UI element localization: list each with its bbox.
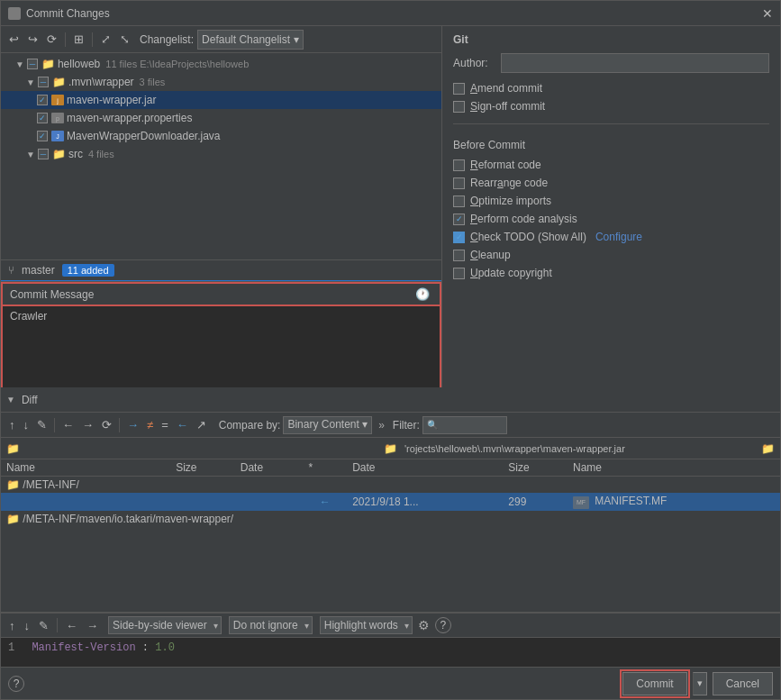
- tree-item-mvnwrapper[interactable]: ▼ 📁 .mvn\wrapper 3 files: [1, 73, 441, 91]
- viewer-up-btn[interactable]: ↑: [6, 617, 18, 634]
- rearrange-checkbox[interactable]: [453, 177, 465, 189]
- diff-collapse-arrow[interactable]: ▼: [6, 395, 15, 405]
- main-content: ↩ ↪ ⟳ ⊞ ⤢ ⤡ Changelist: Default Changeli…: [1, 26, 780, 387]
- diff-eq-btn[interactable]: =: [159, 416, 171, 433]
- tree-item-java[interactable]: J MavenWrapperDownloader.java: [1, 127, 441, 145]
- configure-link[interactable]: Configure: [595, 231, 642, 243]
- commit-arrow-button[interactable]: ▾: [693, 672, 707, 695]
- diff-sep-1: [54, 418, 55, 432]
- settings-button[interactable]: ⚙: [416, 618, 431, 632]
- table-row[interactable]: ← 2021/9/18 1... 299 MF MANIFEST.MF: [1, 493, 780, 511]
- commit-message-header: Commit Message 🕐: [1, 282, 441, 306]
- author-input[interactable]: [501, 53, 769, 73]
- refresh-button[interactable]: ⟳: [44, 31, 59, 48]
- diff-header: ▼ Diff: [1, 387, 780, 413]
- compare-label: Compare by:: [219, 419, 281, 432]
- diff-down-btn[interactable]: ↓: [21, 416, 32, 433]
- tree-item-helloweb[interactable]: ▼ 📁 helloweb 11 files E:\IdeaProjects\he…: [1, 55, 441, 73]
- perform-analysis-checkbox[interactable]: [453, 214, 465, 225]
- author-row: Author:: [453, 53, 769, 73]
- cell-right-size: [503, 477, 568, 494]
- file-tree: ▼ 📁 helloweb 11 files E:\IdeaProjects\he…: [1, 53, 441, 259]
- viewer-next-btn[interactable]: →: [84, 617, 101, 634]
- cell-right-name-manifest: MF MANIFEST.MF: [568, 493, 780, 511]
- highlight-arrow: ▾: [402, 621, 412, 631]
- ignore-arrow: ▾: [302, 621, 312, 631]
- highlight-dropdown[interactable]: Highlight words ▾: [320, 616, 413, 634]
- diff-arrow-left-btn[interactable]: ←: [174, 416, 191, 433]
- checkbox-props[interactable]: [37, 113, 48, 123]
- before-commit-title: Before Commit: [453, 139, 769, 151]
- diff-edit-btn[interactable]: ✎: [34, 416, 50, 433]
- viewer-prev-btn[interactable]: ←: [63, 617, 80, 634]
- changelist-dropdown[interactable]: Default Changelist ▾: [197, 30, 304, 50]
- col-name: Name: [1, 459, 170, 477]
- branch-name: master: [22, 264, 55, 277]
- code-key: Manifest-Version: [32, 641, 135, 654]
- compare-value: Binary Content: [287, 418, 359, 431]
- collapse-arrow-src: ▼: [26, 150, 35, 159]
- diff-refresh-btn[interactable]: ⟳: [99, 416, 114, 433]
- commit-history-button[interactable]: 🕐: [413, 286, 432, 303]
- checkbox-java[interactable]: [37, 131, 48, 141]
- collapse-button[interactable]: ⤡: [117, 31, 132, 48]
- diff-toolbar: ↑ ↓ ✎ ← → ⟳ → ≠ = ← ↗ Compare by: Binary…: [1, 413, 780, 438]
- diff-title: Diff: [22, 394, 38, 406]
- undo-button[interactable]: ↩: [6, 31, 22, 48]
- line-number: 1: [8, 641, 14, 654]
- compare-dropdown[interactable]: Binary Content ▾: [283, 416, 372, 434]
- ignore-dropdown[interactable]: Do not ignore ▾: [229, 616, 313, 634]
- diff-neq-btn[interactable]: ≠: [144, 416, 156, 433]
- update-copyright-checkbox[interactable]: [453, 268, 465, 279]
- side-by-side-dropdown[interactable]: Side-by-side viewer ▾: [108, 616, 222, 634]
- tree-item-jar[interactable]: j maven-wrapper.jar: [1, 91, 441, 109]
- checkbox-jar[interactable]: [37, 95, 48, 105]
- diff-export-btn[interactable]: ↗: [194, 416, 209, 433]
- col-date-l: Date: [235, 459, 304, 477]
- group-button[interactable]: ⊞: [71, 31, 86, 48]
- table-row[interactable]: 📁 /META-INF/maven/io.takari/maven-wrappe…: [1, 511, 780, 527]
- table-row[interactable]: 📁 /META-INF/: [1, 477, 780, 494]
- commit-message-input[interactable]: Crawler: [1, 306, 441, 387]
- check-todo-checkbox[interactable]: [453, 232, 465, 243]
- folder-icon: 📁: [6, 478, 20, 491]
- tree-item-props[interactable]: p maven-wrapper.properties: [1, 109, 441, 127]
- diff-prev-btn[interactable]: ←: [59, 416, 77, 433]
- diff-next-btn[interactable]: →: [79, 416, 96, 433]
- mf-file-icon: MF: [573, 496, 589, 509]
- filter-search-icon: 🔍: [427, 420, 438, 430]
- side-by-side-arrow: ▾: [211, 621, 221, 631]
- expand-button[interactable]: ⤢: [98, 31, 114, 48]
- help-button[interactable]: ?: [8, 676, 24, 692]
- tree-item-src[interactable]: ▼ 📁 src 4 files: [1, 145, 441, 163]
- cancel-button[interactable]: Cancel: [713, 672, 773, 695]
- changelist-arrow: ▾: [294, 33, 299, 46]
- side-by-side-label: Side-by-side viewer: [109, 619, 211, 632]
- diff-up-btn[interactable]: ↑: [6, 416, 18, 433]
- signoff-commit-checkbox[interactable]: [453, 101, 465, 113]
- filter-input[interactable]: [440, 416, 503, 434]
- optimize-checkbox[interactable]: [453, 195, 465, 207]
- commit-message-label: Commit Message: [10, 288, 94, 301]
- cleanup-checkbox[interactable]: [453, 250, 465, 261]
- viewer-sep-1: [57, 618, 58, 632]
- close-button[interactable]: ✕: [762, 6, 773, 21]
- viewer-edit-btn[interactable]: ✎: [36, 617, 51, 634]
- amend-commit-checkbox[interactable]: [453, 83, 465, 95]
- reformat-checkbox[interactable]: [453, 159, 465, 171]
- checkbox-helloweb[interactable]: [27, 59, 38, 69]
- right-path-folder-icon: 📁: [761, 442, 775, 455]
- checkbox-mvnwrapper[interactable]: [38, 77, 49, 87]
- cell-right-name: [568, 477, 780, 494]
- cleanup-row: Cleanup: [453, 249, 769, 261]
- reformat-row: Reformat code: [453, 159, 769, 171]
- diff-arrow-right-btn[interactable]: →: [124, 416, 141, 433]
- folder-icon-src: 📁: [52, 148, 66, 160]
- viewer-down-btn[interactable]: ↓: [22, 617, 33, 634]
- checkbox-src[interactable]: [38, 149, 49, 159]
- commit-button[interactable]: Commit: [622, 672, 686, 695]
- code-separator: :: [142, 641, 155, 654]
- viewer-help-button[interactable]: ?: [435, 617, 451, 633]
- item-name-java: MavenWrapperDownloader.java: [67, 130, 221, 142]
- redo-button[interactable]: ↪: [25, 31, 41, 48]
